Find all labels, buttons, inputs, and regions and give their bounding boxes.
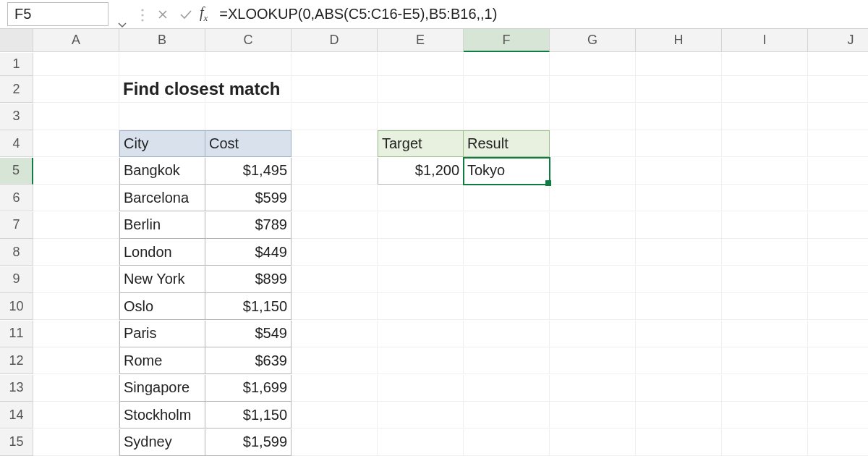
cell-J15[interactable] [808, 429, 868, 456]
row-header-9[interactable]: 9 [0, 266, 33, 293]
row-header-3[interactable]: 3 [0, 104, 33, 130]
cell-B11[interactable]: Paris [119, 321, 205, 347]
cell-A2[interactable] [33, 76, 119, 103]
cell-G6[interactable] [550, 185, 636, 211]
cell-I6[interactable] [722, 185, 808, 211]
cell-F11[interactable] [464, 321, 550, 347]
cell-J14[interactable] [808, 402, 868, 428]
cell-C5[interactable]: $1,495 [205, 158, 292, 185]
cell-G1[interactable] [550, 53, 636, 76]
cell-B6[interactable]: Barcelona [119, 185, 205, 211]
cell-A14[interactable] [33, 402, 119, 428]
cell-C4[interactable]: Cost [205, 130, 292, 157]
cell-F9[interactable] [464, 266, 550, 293]
cell-D14[interactable] [292, 402, 378, 428]
cell-F2[interactable] [464, 76, 550, 103]
cell-C8[interactable]: $449 [205, 239, 292, 266]
cell-B1[interactable] [119, 53, 205, 76]
cell-D5[interactable] [292, 158, 378, 185]
cell-I3[interactable] [722, 104, 808, 130]
cell-D10[interactable] [292, 293, 378, 320]
cell-H2[interactable] [636, 76, 722, 103]
cell-G2[interactable] [550, 76, 636, 103]
cell-F15[interactable] [464, 429, 550, 456]
column-header-I[interactable]: I [722, 29, 808, 52]
cell-B9[interactable]: New York [119, 266, 205, 293]
column-header-B[interactable]: B [119, 29, 205, 52]
cell-D8[interactable] [292, 239, 378, 266]
cell-E9[interactable] [378, 266, 464, 293]
cell-G13[interactable] [550, 375, 636, 402]
cell-H11[interactable] [636, 321, 722, 347]
cell-D11[interactable] [292, 321, 378, 347]
cell-C6[interactable]: $599 [205, 185, 292, 211]
cell-H3[interactable] [636, 104, 722, 130]
cell-I4[interactable] [722, 130, 808, 157]
select-all-corner[interactable] [0, 29, 33, 52]
cell-G3[interactable] [550, 104, 636, 130]
cell-F8[interactable] [464, 239, 550, 266]
cell-E14[interactable] [378, 402, 464, 428]
row-header-5[interactable]: 5 [0, 158, 33, 185]
cell-F12[interactable] [464, 347, 550, 374]
cell-E3[interactable] [378, 104, 464, 130]
cell-C10[interactable]: $1,150 [205, 293, 292, 320]
column-header-D[interactable]: D [292, 29, 378, 52]
cell-A9[interactable] [33, 266, 119, 293]
insert-function-button[interactable]: fx [197, 0, 215, 28]
cell-I2[interactable] [722, 76, 808, 103]
row-header-14[interactable]: 14 [0, 402, 33, 428]
cell-J4[interactable] [808, 130, 868, 157]
column-header-A[interactable]: A [33, 29, 119, 52]
cell-J9[interactable] [808, 266, 868, 293]
cell-E7[interactable] [378, 212, 464, 239]
cell-A3[interactable] [33, 104, 119, 130]
cell-A4[interactable] [33, 130, 119, 157]
cell-G11[interactable] [550, 321, 636, 347]
cell-G7[interactable] [550, 212, 636, 239]
cell-B3[interactable] [119, 104, 205, 130]
cell-B8[interactable]: London [119, 239, 205, 266]
formula-input[interactable]: =XLOOKUP(0,ABS(C5:C16-E5),B5:B16,,1) [215, 0, 868, 28]
row-header-7[interactable]: 7 [0, 212, 33, 239]
cell-D7[interactable] [292, 212, 378, 239]
cell-J8[interactable] [808, 239, 868, 266]
cell-A12[interactable] [33, 347, 119, 374]
cell-C11[interactable]: $549 [205, 321, 292, 347]
cell-B10[interactable]: Oslo [119, 293, 205, 320]
cell-E8[interactable] [378, 239, 464, 266]
cell-G5[interactable] [550, 158, 636, 185]
row-header-13[interactable]: 13 [0, 375, 33, 402]
cell-J12[interactable] [808, 347, 868, 374]
cell-H1[interactable] [636, 53, 722, 76]
cell-B7[interactable]: Berlin [119, 212, 205, 239]
cell-D1[interactable] [292, 53, 378, 76]
cell-E15[interactable] [378, 429, 464, 456]
fill-handle[interactable] [545, 180, 551, 186]
cell-C14[interactable]: $1,150 [205, 402, 292, 428]
row-header-4[interactable]: 4 [0, 130, 33, 157]
cell-A6[interactable] [33, 185, 119, 211]
cell-I10[interactable] [722, 293, 808, 320]
cell-H5[interactable] [636, 158, 722, 185]
cancel-button[interactable] [151, 0, 174, 28]
cell-H14[interactable] [636, 402, 722, 428]
cell-A13[interactable] [33, 375, 119, 402]
cell-A11[interactable] [33, 321, 119, 347]
cell-H10[interactable] [636, 293, 722, 320]
cell-E5[interactable]: $1,200 [378, 158, 464, 185]
cell-D3[interactable] [292, 104, 378, 130]
cell-E10[interactable] [378, 293, 464, 320]
cell-J2[interactable] [808, 76, 868, 103]
cell-F13[interactable] [464, 375, 550, 402]
cell-J10[interactable] [808, 293, 868, 320]
cell-E1[interactable] [378, 53, 464, 76]
cell-D6[interactable] [292, 185, 378, 211]
cell-I14[interactable] [722, 402, 808, 428]
cell-I5[interactable] [722, 158, 808, 185]
cell-I7[interactable] [722, 212, 808, 239]
cell-E2[interactable] [378, 76, 464, 103]
cell-A10[interactable] [33, 293, 119, 320]
cell-B14[interactable]: Stockholm [119, 402, 205, 428]
cell-A1[interactable] [33, 53, 119, 76]
